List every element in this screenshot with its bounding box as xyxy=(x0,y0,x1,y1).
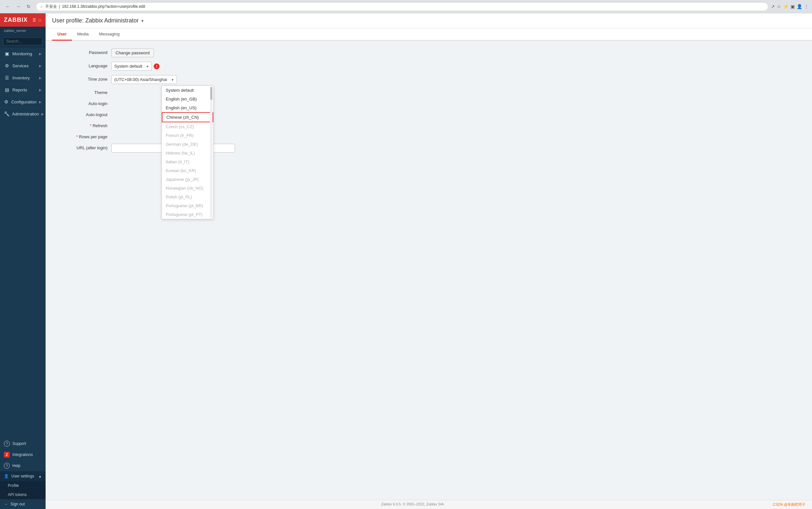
reports-arrow: ▶ xyxy=(39,88,42,92)
page-title-dropdown-arrow[interactable]: ▾ xyxy=(141,18,144,24)
services-icon: ⚙ xyxy=(4,63,10,68)
sidebar-item-administration[interactable]: 🔧 Administration ▶ xyxy=(0,108,45,120)
menu-icon[interactable]: ⋮ xyxy=(804,4,809,9)
browser-actions: ↗ ☆ ⚡ ▣ 👤 ⋮ xyxy=(771,4,809,9)
password-label: Password xyxy=(55,48,107,55)
forward-button[interactable]: → xyxy=(14,2,23,11)
sidebar-item-reports[interactable]: ▤ Reports ▶ xyxy=(0,84,45,96)
sidebar-item-label-administration: Administration xyxy=(12,111,39,116)
dropdown-option-cs-cz: Czech (cs_CZ) xyxy=(162,122,213,131)
sidebar-logo: ZABBIX ☰ □ xyxy=(0,13,45,27)
sidebar-sub-item-profile[interactable]: Profile xyxy=(0,481,45,490)
tablet-icon[interactable]: ▣ xyxy=(790,4,795,9)
timezone-select-wrapper: (UTC+08:00) Asia/Shanghai ▼ xyxy=(111,75,177,84)
page-title: User profile: Zabbix Administrator xyxy=(52,17,139,24)
browser-nav-buttons: ← → ↻ xyxy=(3,2,33,11)
dropdown-option-en-us[interactable]: English (en_US) xyxy=(162,103,213,112)
integrations-label: Integrations xyxy=(12,452,33,457)
dropdown-option-nb-no: Norwegian (nb_NO) xyxy=(162,184,213,193)
help-label: Help xyxy=(12,464,21,468)
monitoring-arrow: ▶ xyxy=(39,52,42,56)
administration-icon: 🔧 xyxy=(4,111,9,116)
sidebar-expand-button[interactable]: □ xyxy=(38,17,42,23)
sign-out-icon: → xyxy=(4,502,8,506)
extensions-icon[interactable]: ⚡ xyxy=(783,4,788,9)
autologout-label: Auto-logout xyxy=(55,110,107,117)
dropdown-option-it-it: Italian (it_IT) xyxy=(162,158,213,166)
sidebar-item-user-settings[interactable]: 👤 User settings ▲ xyxy=(0,471,45,481)
sidebar-item-integrations[interactable]: Z Integrations xyxy=(0,449,45,460)
dropdown-option-en-gb[interactable]: English (en_GB) xyxy=(162,95,213,103)
language-info-icon[interactable]: ! xyxy=(154,63,159,69)
url-label: URL (after login) xyxy=(55,144,107,150)
language-select-wrapper: System default ▼ xyxy=(111,62,152,71)
app-container: ZABBIX ☰ □ zabbix_server ▣ Monitoring ▶ … xyxy=(0,13,812,509)
sidebar-item-monitoring[interactable]: ▣ Monitoring ▶ xyxy=(0,48,45,60)
footer-blog-link[interactable]: CSDN @奔跑吧邓子 xyxy=(773,502,806,507)
dropdown-option-ja-jp: Japanese (ja_JP) xyxy=(162,175,213,184)
footer-bar: Zabbix 6.0.5. © 2001–2022, Zabbix SIA CS… xyxy=(45,500,812,509)
sidebar: ZABBIX ☰ □ zabbix_server ▣ Monitoring ▶ … xyxy=(0,13,45,509)
monitoring-icon: ▣ xyxy=(4,51,10,56)
sidebar-sub-item-api-tokens[interactable]: API tokens xyxy=(0,490,45,499)
search-input[interactable] xyxy=(3,37,42,45)
dropdown-option-de-de: German (de_DE) xyxy=(162,140,213,149)
tab-user[interactable]: User xyxy=(52,28,72,41)
star-icon[interactable]: ☆ xyxy=(777,4,781,9)
autologin-label: Auto-login xyxy=(55,100,107,106)
dropdown-option-zh-cn[interactable]: Chinese (zh_CN) xyxy=(162,112,213,122)
sidebar-item-label-configuration: Configuration xyxy=(11,100,36,104)
account-icon[interactable]: 👤 xyxy=(797,4,802,9)
page-header: User profile: Zabbix Administrator ▾ xyxy=(45,13,812,28)
configuration-icon: ⚙ xyxy=(4,99,9,104)
form-area: Password Change password Language System… xyxy=(45,41,812,500)
footer-copyright: Zabbix 6.0.5. © 2001–2022, Zabbix SIA xyxy=(381,502,444,506)
timezone-control: (UTC+08:00) Asia/Shanghai ▼ xyxy=(111,75,177,84)
tab-messaging[interactable]: Messaging xyxy=(94,28,125,41)
dropdown-option-ko-kr: Korean (ko_KR) xyxy=(162,166,213,175)
security-icon: ⚠ xyxy=(40,5,43,9)
help-icon: ? xyxy=(4,463,10,469)
language-select[interactable]: System default xyxy=(111,62,152,71)
dropdown-scrollbar[interactable] xyxy=(210,87,213,218)
services-arrow: ▶ xyxy=(39,64,42,68)
dropdown-option-pt-br: Portuguese (pt_BR) xyxy=(162,201,213,210)
password-control: Change password xyxy=(111,48,154,57)
reload-button[interactable]: ↻ xyxy=(24,2,33,11)
form-row-password: Password Change password xyxy=(55,48,802,57)
back-button[interactable]: ← xyxy=(3,2,12,11)
change-password-button[interactable]: Change password xyxy=(111,48,154,57)
share-icon[interactable]: ↗ xyxy=(771,4,775,9)
dropdown-option-system-default[interactable]: System default xyxy=(162,86,213,95)
sidebar-item-inventory[interactable]: ☰ Inventory ▶ xyxy=(0,72,45,84)
language-control: System default ▼ ! xyxy=(111,62,159,71)
sidebar-item-sign-out[interactable]: → Sign out xyxy=(0,499,45,509)
sidebar-item-label-monitoring: Monitoring xyxy=(12,52,32,56)
sidebar-bottom: ? Support Z Integrations ? Help 👤 User s… xyxy=(0,438,45,509)
tabs-bar: User Media Messaging xyxy=(45,28,812,41)
sidebar-item-configuration[interactable]: ⚙ Configuration ▶ xyxy=(0,96,45,108)
tab-media[interactable]: Media xyxy=(72,28,94,41)
dropdown-option-pt-pt: Portuguese (pt_PT) xyxy=(162,210,213,219)
timezone-select[interactable]: (UTC+08:00) Asia/Shanghai xyxy=(111,75,177,84)
sidebar-item-services[interactable]: ⚙ Services ▶ xyxy=(0,60,45,72)
address-bar[interactable]: ⚠ 不安全 | 192.168.1.38/zabbix.php?action=u… xyxy=(36,2,769,11)
sidebar-item-support[interactable]: ? Support xyxy=(0,438,45,449)
url-divider: | xyxy=(59,4,60,9)
rows-per-page-label: Rows per page xyxy=(55,133,107,139)
profile-label: Profile xyxy=(8,483,19,488)
sidebar-item-label-inventory: Inventory xyxy=(12,75,30,80)
dropdown-option-he-il: Hebrew (he_IL) xyxy=(162,149,213,158)
sidebar-item-help[interactable]: ? Help xyxy=(0,460,45,471)
language-label: Language xyxy=(55,62,107,68)
sidebar-collapse-button[interactable]: ☰ xyxy=(32,17,37,23)
form-row-timezone: Time zone (UTC+08:00) Asia/Shanghai ▼ xyxy=(55,75,802,84)
url-text: 192.168.1.38/zabbix.php?action=userprofi… xyxy=(62,4,145,9)
integrations-icon: Z xyxy=(4,452,10,457)
api-tokens-label: API tokens xyxy=(8,493,27,497)
administration-arrow: ▶ xyxy=(41,112,44,116)
dropdown-option-pl-pl: Polish (pl_PL) xyxy=(162,193,213,201)
support-label: Support xyxy=(12,441,26,446)
sidebar-search-container xyxy=(0,35,45,48)
browser-chrome: ← → ↻ ⚠ 不安全 | 192.168.1.38/zabbix.php?ac… xyxy=(0,0,812,13)
